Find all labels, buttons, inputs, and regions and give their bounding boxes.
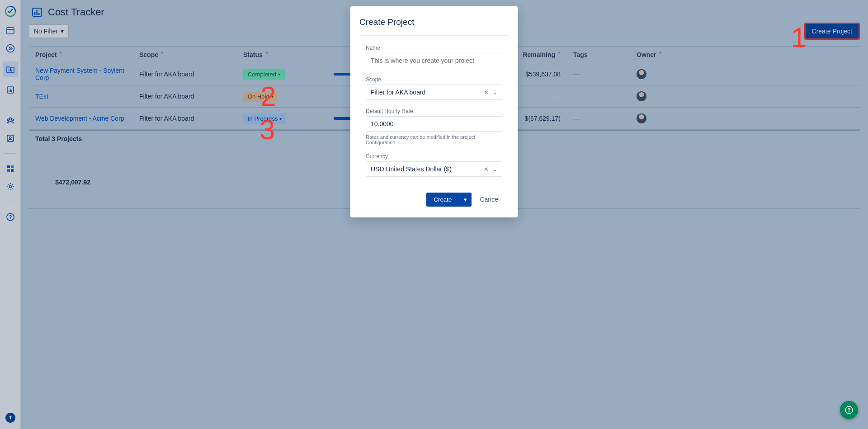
- divider: [359, 35, 509, 36]
- cancel-button[interactable]: Cancel: [477, 192, 502, 207]
- scope-value: Filter for AKA board: [371, 89, 425, 96]
- chevron-down-icon[interactable]: ⌄: [492, 166, 497, 173]
- create-button[interactable]: Create ▾: [426, 193, 472, 207]
- rate-label: Default Hourly Rate: [366, 108, 502, 114]
- currency-select[interactable]: USD United States Dollar ($) ✕⌄: [366, 161, 502, 177]
- modal-title: Create Project: [359, 17, 509, 27]
- name-label: Name: [366, 45, 502, 51]
- hourly-rate-input[interactable]: [366, 116, 502, 132]
- scope-label: Scope: [366, 76, 502, 83]
- scope-select[interactable]: Filter for AKA board ✕⌄: [366, 85, 502, 100]
- svg-text:?: ?: [848, 407, 851, 413]
- create-button-label: Create: [426, 193, 459, 207]
- chevron-down-icon[interactable]: ⌄: [492, 89, 497, 96]
- help-fab-button[interactable]: ?: [840, 401, 858, 419]
- currency-value: USD United States Dollar ($): [371, 165, 452, 173]
- clear-icon[interactable]: ✕: [484, 166, 489, 173]
- create-dropdown-icon[interactable]: ▾: [459, 193, 472, 207]
- clear-icon[interactable]: ✕: [484, 89, 489, 96]
- create-project-modal: Create Project Name Scope Filter for AKA…: [350, 6, 518, 217]
- currency-label: Currency: [366, 153, 502, 160]
- rate-hint: Rates and currency can be modified in th…: [366, 134, 502, 145]
- project-name-input[interactable]: [366, 53, 502, 68]
